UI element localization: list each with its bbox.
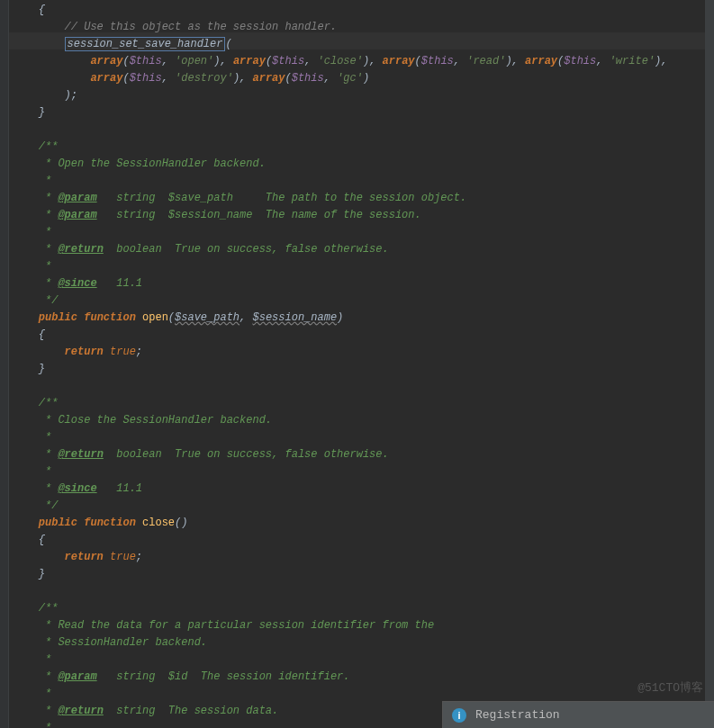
code-line: } [13, 566, 714, 583]
notification-bar[interactable]: i Registration [442, 701, 714, 728]
code-line: return true; [13, 344, 714, 361]
code-line: /** [13, 600, 714, 617]
code-line: /** [13, 139, 714, 156]
code-line [13, 378, 714, 395]
watermark: @51CTO博客 [637, 679, 703, 696]
code-line: { [13, 532, 714, 549]
code-line: */ [13, 498, 714, 515]
code-line: * @since 11.1 [13, 481, 714, 498]
code-line: public function close() [13, 515, 714, 532]
code-line: * @return boolean True on success, false… [13, 446, 714, 463]
code-line: * [13, 463, 714, 481]
code-line: * Close the SessionHandler backend. [13, 412, 714, 429]
code-line: * @since 11.1 [13, 275, 714, 292]
code-line: { [13, 327, 714, 344]
code-line: return true; [13, 549, 714, 566]
code-line: * Read the data for a particular session… [13, 617, 714, 634]
code-line: public function open($save_path, $sessio… [13, 310, 714, 327]
code-line [13, 583, 714, 600]
code-line: * [13, 429, 714, 446]
code-line: * SessionHandler backend. [13, 634, 714, 652]
code-line: * @param string $session_name The name o… [13, 207, 714, 224]
code-line: * [13, 173, 714, 190]
info-icon: i [452, 708, 466, 723]
selected-function: session_set_save_handler [65, 37, 226, 51]
code-line: * [13, 652, 714, 669]
code-line: * @param string $save_path The path to t… [13, 190, 714, 207]
code-line: * [13, 258, 714, 275]
code-line: // Use this object as the session handle… [13, 19, 714, 36]
code-line: * @param string $id The session identifi… [13, 669, 714, 686]
code-area[interactable]: { // Use this object as the session hand… [9, 0, 714, 728]
code-line: * Open the SessionHandler backend. [13, 156, 714, 173]
code-line: } [13, 361, 714, 378]
gutter [0, 0, 9, 728]
code-line [13, 121, 714, 139]
code-line: array($this, 'destroy'), array($this, 'g… [13, 70, 714, 87]
code-editor[interactable]: { // Use this object as the session hand… [0, 0, 714, 728]
code-line: session_set_save_handler( [13, 36, 714, 53]
notification-text: Registration [475, 708, 560, 722]
code-line: array($this, 'open'), array($this, 'clos… [13, 53, 714, 70]
code-line: * @return boolean True on success, false… [13, 241, 714, 258]
code-line: } [13, 104, 714, 121]
code-line: */ [13, 292, 714, 310]
code-line: * [13, 224, 714, 241]
code-line: /** [13, 395, 714, 412]
code-line: { [13, 2, 714, 19]
code-line: ); [13, 87, 714, 104]
